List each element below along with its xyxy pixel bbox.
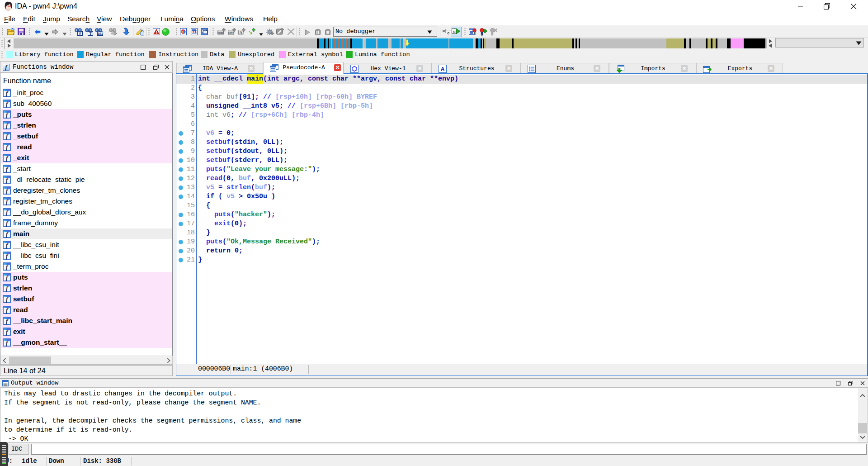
svg-text:CODE: CODE (217, 32, 224, 35)
svg-text:A: A (441, 66, 445, 72)
svg-text:DATA: DATA (228, 32, 234, 35)
svg-text:R: R (193, 31, 195, 33)
svg-text:T: T (89, 31, 92, 36)
svg-text:'s: 's (249, 30, 252, 35)
svg-text:64: 64 (8, 5, 11, 8)
svg-text:#: # (79, 31, 81, 36)
svg-text:c: c (453, 30, 455, 34)
svg-text:c: c (447, 31, 449, 36)
svg-text:A: A (240, 30, 243, 35)
svg-text:101: 101 (98, 32, 103, 35)
